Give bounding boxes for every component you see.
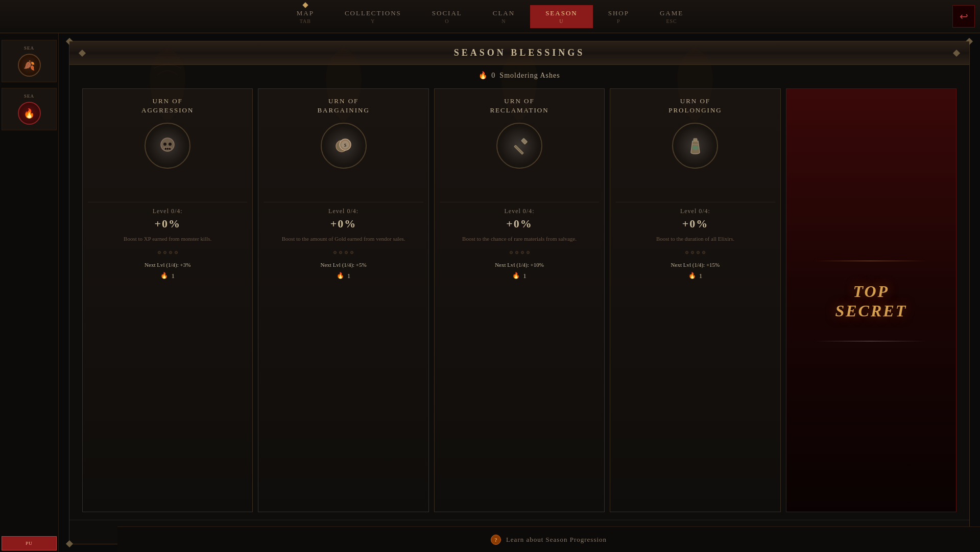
dot-4 — [175, 251, 178, 254]
sidebar-item-2[interactable]: SEA 🔥 — [2, 88, 57, 130]
nav-map-label: MAP — [297, 9, 314, 17]
svg-rect-7 — [169, 148, 171, 150]
upgrade-row-reclamation[interactable]: 🔥 1 — [512, 272, 527, 280]
dot-4 — [702, 251, 705, 254]
nav-map[interactable]: MAP TAB — [281, 5, 329, 28]
svg-rect-6 — [167, 148, 169, 150]
upgrade-row-aggression[interactable]: 🔥 1 — [160, 272, 175, 280]
nav-social-key: O — [445, 18, 449, 24]
next-level-bargaining: Next Lvl (1/4): +5% — [321, 262, 367, 268]
title-diamond-left-icon — [79, 49, 86, 56]
help-icon[interactable]: ? — [491, 535, 501, 545]
upgrade-row-bargaining[interactable]: 🔥 1 — [337, 272, 351, 280]
nav-season[interactable]: SEASON U — [530, 5, 593, 28]
urn-icon-container-prolonging — [672, 123, 718, 169]
nav-social[interactable]: SOCIAL O — [417, 5, 477, 28]
sidebar-icon-1: 🍂 — [18, 54, 41, 77]
blessing-card-bargaining[interactable]: URN OFBARGAINING $ Le — [258, 88, 428, 512]
blessing-card-prolonging[interactable]: URN OFPROLONGING Lev — [610, 88, 780, 512]
sidebar-purchase-button[interactable]: PU — [2, 536, 57, 550]
top-navigation: MAP TAB COLLECTIONS Y SOCIAL O CLAN N SE… — [0, 0, 980, 33]
upgrade-cost-reclamation: 1 — [523, 272, 527, 280]
nav-collections-label: COLLECTIONS — [345, 9, 401, 17]
title-diamond-right-icon — [953, 49, 960, 56]
svg-point-15 — [692, 146, 698, 150]
progress-dots-bargaining — [333, 251, 353, 254]
purchase-label: PU — [26, 541, 33, 546]
nav-game-key: ESC — [666, 18, 677, 24]
skull-icon — [156, 134, 179, 157]
nav-season-label: SEASON — [545, 9, 578, 17]
level-info-prolonging: Level 0/4: +0% Boost to the duration of … — [615, 202, 775, 251]
level-bonus-bargaining: +0% — [264, 217, 423, 231]
level-info-reclamation: Level 0/4: +0% Boost to the chance of ra… — [440, 202, 599, 251]
nav-shop[interactable]: SHOP P — [593, 5, 644, 28]
upgrade-cost-prolonging: 1 — [699, 272, 703, 280]
sidebar-item-2-label: SEA — [24, 94, 34, 99]
dot-2 — [691, 251, 694, 254]
blessings-grid: URN OFAGGRESSION — [69, 86, 969, 520]
urn-icon-bg-reclamation — [496, 123, 542, 169]
level-info-bargaining: Level 0/4: +0% Boost to the amount of Go… — [264, 202, 423, 251]
coins-icon: $ — [332, 134, 355, 157]
back-icon: ↩ — [960, 10, 968, 22]
level-desc-reclamation: Boost to the chance of rare materials fr… — [440, 235, 599, 243]
sidebar-item-1[interactable]: SEA 🍂 — [2, 40, 57, 82]
upgrade-fire-icon-bargaining: 🔥 — [337, 272, 344, 280]
svg-rect-13 — [514, 145, 523, 154]
sidebar-item-1-label: SEA — [24, 45, 34, 51]
top-secret-title: TOPSECRET — [835, 282, 907, 321]
hammer-icon — [508, 134, 531, 157]
center-panel: SEASON BLESSINGS 🔥 0 Smoldering Ashes UR… — [59, 33, 980, 552]
upgrade-cost-aggression: 1 — [171, 272, 175, 280]
level-text-prolonging: Level 0/4: — [615, 208, 775, 215]
dot-2 — [339, 251, 342, 254]
level-text-reclamation: Level 0/4: — [440, 208, 599, 215]
back-button[interactable]: ↩ — [952, 5, 975, 28]
upgrade-fire-icon-reclamation: 🔥 — [512, 272, 520, 280]
upgrade-row-prolonging[interactable]: 🔥 1 — [688, 272, 703, 280]
next-level-prolonging: Next Lvl (1/4): +15% — [671, 262, 720, 268]
dot-4 — [350, 251, 353, 254]
blessing-card-aggression[interactable]: URN OFAGGRESSION — [82, 88, 253, 512]
urn-icon-bg-aggression — [145, 123, 190, 169]
learn-link[interactable]: Learn about Season Progression — [506, 536, 607, 544]
dot-1 — [158, 251, 161, 254]
level-bonus-reclamation: +0% — [440, 217, 599, 231]
level-text-aggression: Level 0/4: — [88, 208, 247, 215]
next-level-reclamation: Next Lvl (1/4): +10% — [495, 262, 544, 268]
svg-point-3 — [163, 143, 166, 146]
svg-point-4 — [169, 143, 172, 146]
level-bonus-prolonging: +0% — [615, 217, 775, 231]
urn-icon-container-reclamation — [496, 123, 542, 169]
elixir-icon — [684, 134, 707, 157]
nav-clan[interactable]: CLAN N — [477, 5, 530, 28]
progress-dots-aggression — [158, 251, 178, 254]
nav-collections-key: Y — [371, 18, 375, 24]
dot-1 — [685, 251, 688, 254]
sidebar-icon-2-symbol: 🔥 — [23, 108, 35, 119]
top-secret-line-top — [815, 261, 927, 261]
nav-clan-key: N — [501, 18, 506, 24]
upgrade-fire-icon-aggression: 🔥 — [160, 272, 168, 280]
level-desc-aggression: Boost to XP earned from monster kills. — [88, 235, 247, 243]
panel-frame: SEASON BLESSINGS 🔥 0 Smoldering Ashes UR… — [69, 41, 970, 544]
nav-collections[interactable]: COLLECTIONS Y — [329, 5, 417, 28]
left-sidebar: SEA 🍂 SEA 🔥 PU — [0, 33, 59, 552]
nav-game[interactable]: GAME ESC — [644, 5, 699, 28]
blessing-card-reclamation[interactable]: URN OFRECLAMATION Level 0/4: +0% — [434, 88, 605, 512]
nav-shop-label: SHOP — [608, 9, 629, 17]
nav-map-key: TAB — [300, 18, 311, 24]
footer-bar: ? Learn about Season Progression — [117, 526, 980, 552]
dot-3 — [521, 251, 524, 254]
ashes-fire-icon: 🔥 — [479, 71, 487, 80]
sidebar-icon-2: 🔥 — [18, 102, 41, 125]
level-text-bargaining: Level 0/4: — [264, 208, 423, 215]
level-desc-prolonging: Boost to the duration of all Elixirs. — [615, 235, 775, 243]
svg-rect-12 — [521, 138, 527, 144]
dot-2 — [163, 251, 166, 254]
nav-clan-label: CLAN — [493, 9, 515, 17]
dot-4 — [527, 251, 530, 254]
dot-3 — [169, 251, 172, 254]
top-secret-line-bottom — [815, 341, 927, 341]
